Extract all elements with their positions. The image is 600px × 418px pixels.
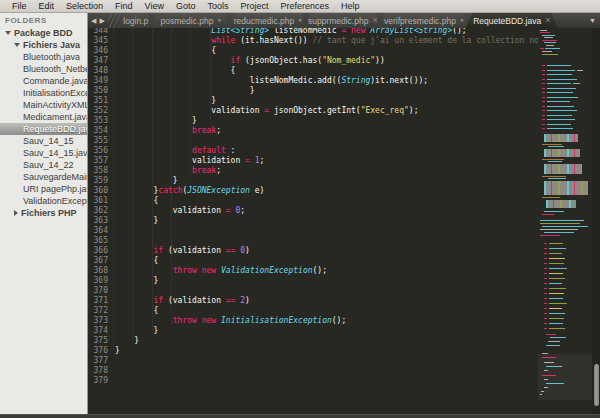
tab-reducmedic-php[interactable]: reducmedic.php● xyxy=(228,13,308,28)
sidebar-file-bluetooth-java[interactable]: Bluetooth.java xyxy=(0,51,87,63)
code-text: if (validation == 2) xyxy=(115,296,250,306)
sidebar-file-bluetooth-netbea[interactable]: Bluetooth_Netbea xyxy=(0,63,87,75)
sidebar-file-requetebdd-java[interactable]: RequeteBDD.java xyxy=(0,123,87,135)
minimap-code-line xyxy=(544,268,547,269)
minimap[interactable] xyxy=(538,28,592,414)
tab-modified-icon[interactable]: ● xyxy=(298,13,302,28)
code-text: } xyxy=(115,96,216,106)
code-editor[interactable]: 344 List<String> listeNomMedic = new Arr… xyxy=(88,28,538,414)
code-text: { xyxy=(115,256,158,266)
tree-item-label: Commande.java xyxy=(23,75,87,87)
sublime-text-window: FileEditSelectionFindViewGotoToolsProjec… xyxy=(0,0,600,418)
code-line-371: 371 if (validation == 2) xyxy=(88,296,538,306)
minimap-code-line xyxy=(549,273,563,274)
sidebar-file-mainactivityxml-x[interactable]: MainActivityXML.x xyxy=(0,99,87,111)
minimap-code-line xyxy=(542,144,562,145)
tab-verifpresmedic-php[interactable]: verifpresmedic.php● xyxy=(378,13,470,28)
code-line-369: 369 } xyxy=(88,276,538,286)
triangle-expanded-icon[interactable] xyxy=(14,43,20,47)
code-line-349: 349 listeNomMedic.add((String)it.next())… xyxy=(88,76,538,86)
menu-item-project[interactable]: Project xyxy=(234,0,274,12)
line-number: 376 xyxy=(88,346,108,356)
minimap-code-line xyxy=(545,48,560,49)
minimap-code-line xyxy=(547,119,575,120)
minimap-code-line xyxy=(549,313,565,314)
line-number: 379 xyxy=(88,376,108,386)
minimap-code-line xyxy=(544,323,547,324)
prev-tab-icon[interactable]: ◀ xyxy=(91,13,96,28)
tab-login-p[interactable]: login.p xyxy=(118,13,154,28)
code-line-363: 363 } xyxy=(88,216,538,226)
menu-item-view[interactable]: View xyxy=(139,0,170,12)
minimap-code-line xyxy=(542,88,545,89)
code-line-372: 372 { xyxy=(88,306,538,316)
tab-supprmedic-php[interactable]: supprmedic.php× xyxy=(304,13,382,28)
tab-requetebdd-java[interactable]: RequeteBDD.java× xyxy=(466,13,558,28)
tab-modified-icon[interactable]: ● xyxy=(460,13,464,28)
line-number: 373 xyxy=(88,316,108,326)
code-text: { xyxy=(115,46,216,56)
code-text: default : xyxy=(115,146,235,156)
minimap-code-line xyxy=(547,65,571,66)
code-line-376: 376} xyxy=(88,346,538,356)
minimap-code-line xyxy=(549,278,565,279)
minimap-code-line xyxy=(542,115,545,116)
menu-item-find[interactable]: Find xyxy=(109,0,139,12)
tab-modified-icon[interactable]: ● xyxy=(217,13,221,28)
sidebar-file-sauv-14-15-java[interactable]: Sauv_14_15.java xyxy=(0,147,87,159)
minimap-code-line xyxy=(549,293,564,294)
minimap-viewport[interactable] xyxy=(538,354,592,400)
sidebar-file-sauv-14-22[interactable]: Sauv_14_22 xyxy=(0,159,87,171)
tree-item-label: Sauv_14_15 xyxy=(23,135,74,147)
minimap-code-line xyxy=(540,30,547,31)
minimap-code-line xyxy=(548,178,566,179)
tab-overflow-icon[interactable]: ▼ xyxy=(589,13,596,28)
menu-item-help[interactable]: Help xyxy=(335,0,366,12)
code-line-360: 360 }catch(JSONException e) xyxy=(88,186,538,196)
menu-item-preferences[interactable]: Preferences xyxy=(274,0,335,12)
minimap-code-line xyxy=(547,83,571,84)
sidebar-file-initialisationexcep[interactable]: InitialisationExcep xyxy=(0,87,87,99)
line-number: 349 xyxy=(88,76,108,86)
minimap-code-line xyxy=(549,328,565,329)
minimap-code-line xyxy=(544,253,547,254)
tab-posmedic-php[interactable]: posmedic.php● xyxy=(150,13,232,28)
sidebar-file-uri-pagephp-java[interactable]: URI pagePhp.java xyxy=(0,183,87,195)
minimap-code-line xyxy=(547,92,573,93)
sidebar-folder-package-bdd[interactable]: Package BDD xyxy=(0,27,87,39)
code-line-374: 374 } xyxy=(88,326,538,336)
menu-item-selection[interactable]: Selection xyxy=(60,0,109,12)
tab-close-icon[interactable]: × xyxy=(372,13,377,28)
minimap-code-line xyxy=(573,83,580,84)
sidebar-file-sauv-14-15[interactable]: Sauv_14_15 xyxy=(0,135,87,147)
vertical-scrollbar[interactable] xyxy=(592,28,600,414)
triangle-collapsed-icon[interactable] xyxy=(14,210,18,216)
sidebar-file-commande-java[interactable]: Commande.java xyxy=(0,75,87,87)
minimap-code-line xyxy=(577,70,583,71)
sidebar-file-validationexceptio[interactable]: ValidationExceptio xyxy=(0,195,87,207)
sidebar-folder-fichiers-php[interactable]: Fichiers PHP xyxy=(0,207,87,219)
line-number: 360 xyxy=(88,186,108,196)
tree-item-label: Sauv_14_15.java xyxy=(23,147,87,159)
next-tab-icon[interactable]: ▶ xyxy=(99,13,104,28)
tree-item-label: Bluetooth.java xyxy=(23,51,80,63)
tab-close-icon[interactable]: × xyxy=(545,13,550,28)
scrollbar-thumb[interactable] xyxy=(594,364,599,406)
tab-label: login.p xyxy=(123,16,148,26)
menu-item-tools[interactable]: Tools xyxy=(201,0,234,12)
minimap-code-line xyxy=(548,161,562,162)
sidebar-file-sauvegardemaina[interactable]: SauvegardeMainA xyxy=(0,171,87,183)
line-number: 347 xyxy=(88,56,108,66)
code-text: while (it.hasNext()) // tant que j'ai un… xyxy=(115,36,538,46)
sidebar-folder-fichiers-java[interactable]: Fichiers Java xyxy=(0,39,87,51)
tab-label: reducmedic.php xyxy=(234,16,294,26)
minimap-code-line xyxy=(542,74,545,75)
sidebar-file-medicament-java[interactable]: Medicament.java xyxy=(0,111,87,123)
triangle-expanded-icon[interactable] xyxy=(5,31,11,35)
menu-item-goto[interactable]: Goto xyxy=(170,0,202,12)
menu-item-file[interactable]: File xyxy=(6,0,33,12)
minimap-code-line xyxy=(544,273,547,274)
menu-item-edit[interactable]: Edit xyxy=(33,0,61,12)
status-bar xyxy=(0,414,600,418)
code-line-370: 370 xyxy=(88,286,538,296)
